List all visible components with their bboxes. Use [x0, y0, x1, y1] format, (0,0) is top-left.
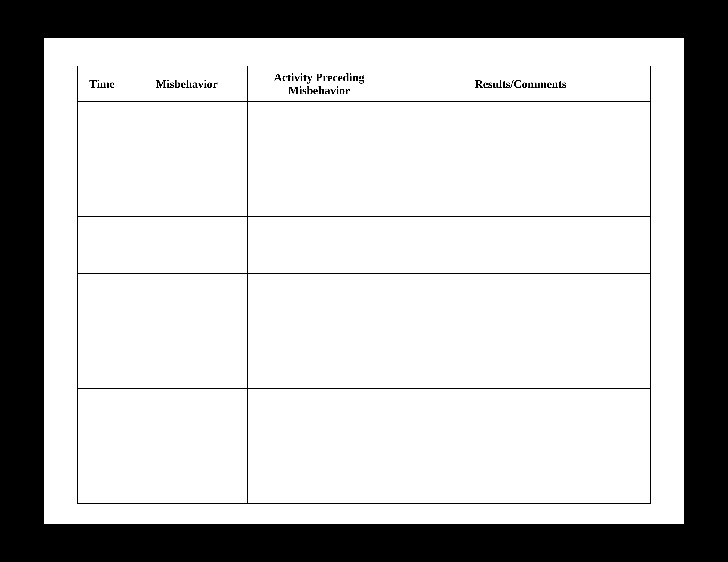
header-time: Time	[78, 66, 126, 102]
header-row: Time Misbehavior Activity PrecedingMisbe…	[78, 66, 651, 102]
cell-time-1	[78, 159, 126, 216]
cell-activity-5	[248, 389, 391, 446]
table-row	[78, 389, 651, 446]
cell-activity-4	[248, 331, 391, 389]
cell-activity-2	[248, 216, 391, 274]
header-results: Results/Comments	[391, 66, 651, 102]
table-wrapper: Time Misbehavior Activity PrecedingMisbe…	[77, 66, 651, 496]
table-body	[78, 101, 651, 503]
cell-results-3	[391, 274, 651, 331]
main-table: Time Misbehavior Activity PrecedingMisbe…	[77, 66, 651, 504]
cell-time-4	[78, 331, 126, 389]
cell-results-0	[391, 101, 651, 159]
table-row	[78, 101, 651, 159]
cell-misbehavior-4	[126, 331, 248, 389]
cell-time-6	[78, 446, 126, 503]
cell-time-3	[78, 274, 126, 331]
cell-misbehavior-6	[126, 446, 248, 503]
cell-results-6	[391, 446, 651, 503]
cell-activity-6	[248, 446, 391, 503]
cell-time-5	[78, 389, 126, 446]
cell-results-2	[391, 216, 651, 274]
header-activity: Activity PrecedingMisbehavior	[248, 66, 391, 102]
cell-time-0	[78, 101, 126, 159]
page-container: Time Misbehavior Activity PrecedingMisbe…	[44, 38, 684, 524]
cell-misbehavior-0	[126, 101, 248, 159]
cell-misbehavior-1	[126, 159, 248, 216]
table-row	[78, 331, 651, 389]
cell-activity-3	[248, 274, 391, 331]
cell-time-2	[78, 216, 126, 274]
table-row	[78, 446, 651, 503]
cell-activity-0	[248, 101, 391, 159]
cell-misbehavior-2	[126, 216, 248, 274]
cell-activity-1	[248, 159, 391, 216]
cell-misbehavior-3	[126, 274, 248, 331]
header-misbehavior: Misbehavior	[126, 66, 248, 102]
cell-results-4	[391, 331, 651, 389]
cell-results-1	[391, 159, 651, 216]
cell-misbehavior-5	[126, 389, 248, 446]
table-row	[78, 159, 651, 216]
table-row	[78, 274, 651, 331]
cell-results-5	[391, 389, 651, 446]
table-row	[78, 216, 651, 274]
